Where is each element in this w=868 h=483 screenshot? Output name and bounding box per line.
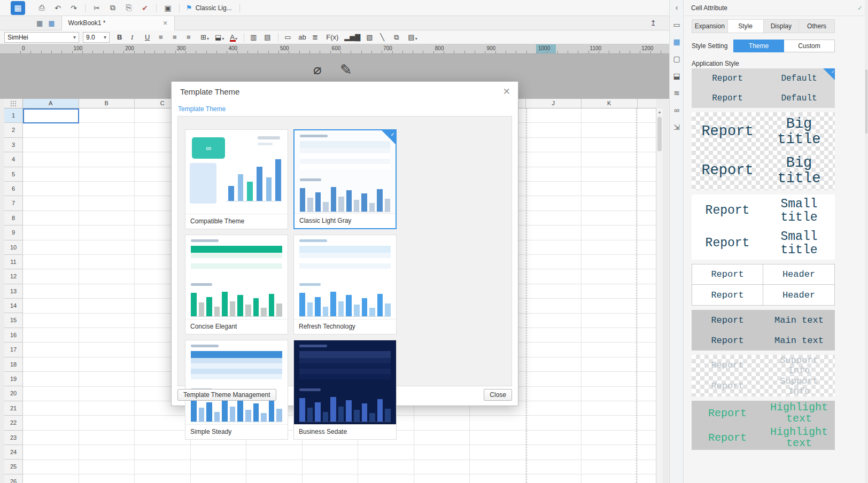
selected-cell-a1[interactable] [23,108,79,123]
fill-color-icon[interactable]: ⬓▾ [215,33,224,41]
row-header-12[interactable]: 12 [4,269,23,284]
scrollbar-thumb[interactable] [657,117,662,151]
widget-icon[interactable]: ▤▾ [408,33,417,41]
tab-style[interactable]: Style [728,19,764,33]
theme-toggle-button[interactable]: Theme [733,40,784,52]
tab-close-icon[interactable]: ✕ [162,20,167,27]
style-preview-default[interactable]: ReportDefaultReportDefault✓ [692,68,835,108]
row-header-8[interactable]: 8 [4,211,23,225]
save-icon[interactable]: ⎙ [37,3,46,12]
condition-attribute-icon[interactable]: ≋ [670,89,684,97]
preview-icon[interactable]: ▣ [163,4,173,12]
hyperlink-icon[interactable]: ∞ [670,106,684,114]
merge-cells-icon[interactable]: ▥ [250,33,258,41]
align-center-icon[interactable]: ≡ [173,33,181,41]
panel-scrollbar[interactable] [865,0,868,483]
theme-card-classic-light-gray[interactable]: Classic Light Gray✓ [293,129,397,229]
confirm-icon[interactable]: ✓ [857,4,863,12]
image-icon[interactable]: ▧ [366,33,374,41]
tab-workbook1[interactable]: WorkBook1 * ✕ [61,16,175,30]
format-painter-icon[interactable]: ✔ [140,4,150,12]
split-cells-icon[interactable]: ▤ [264,33,272,41]
row-header-14[interactable]: 14 [4,299,23,313]
vertical-scrollbar[interactable]: ▲ [656,108,663,483]
collapse-panel-icon[interactable]: ‹ [670,3,684,12]
app-logo-icon[interactable]: ▦ [11,1,25,15]
custom-toggle-button[interactable]: Custom [784,40,835,52]
row-header-7[interactable]: 7 [4,196,23,211]
style-preview-small-title[interactable]: ReportSmall titleReportSmall title [692,194,835,260]
paste-icon[interactable]: ⎘ [124,3,134,12]
form-settings-icon[interactable]: ▭ [670,20,684,29]
column-header-L[interactable]: L [638,99,657,108]
borders-icon[interactable]: ⊞▾ [200,33,209,41]
tab-others[interactable]: Others [799,19,835,33]
row-header-26[interactable]: 26 [4,474,23,483]
line-icon[interactable]: ╲ [380,33,388,41]
import-icon[interactable]: ⇲ [670,123,684,131]
row-header-24[interactable]: 24 [4,445,23,459]
style-preview-support[interactable]: ReportSupport InfoReportSupport Info [692,355,835,396]
row-header-17[interactable]: 17 [4,342,23,357]
redo-icon[interactable]: ↷ [69,4,79,12]
row-header-22[interactable]: 22 [4,416,23,430]
style-preview-big-title[interactable]: ReportBig titleReportBig title [692,112,835,190]
scrollbar-thumb[interactable] [865,69,867,134]
export-icon[interactable]: ↥ [650,19,656,27]
style-preview-main-text[interactable]: ReportMain textReportMain text [692,310,835,350]
style-preview-highlight[interactable]: ReportHighlight textReportHighlight text [692,401,835,450]
tab-display[interactable]: Display [764,19,800,33]
theme-card-concise-elegant[interactable]: Concise Elegant [185,235,288,334]
font-color-icon[interactable]: A▾ [230,33,238,41]
row-header-23[interactable]: 23 [4,431,23,445]
report-view-icon[interactable]: ▦ [36,19,43,27]
font-size-select[interactable]: 9.0 ▾ [83,32,110,43]
row-header-6[interactable]: 6 [4,182,23,196]
row-header-13[interactable]: 13 [4,284,23,299]
bold-button[interactable]: B [117,33,125,41]
edit-parameter-icon[interactable]: ✎ [340,61,352,79]
italic-button[interactable]: I [131,33,139,42]
column-header-A[interactable]: A [23,99,79,108]
row-header-18[interactable]: 18 [4,357,23,372]
theme-card-refresh-technology[interactable]: Refresh Technology [293,235,397,334]
dialog-close-icon[interactable]: ✕ [503,86,510,97]
float-element-icon[interactable]: ⬓ [670,72,684,80]
template-theme-button[interactable]: ⚑ Classic Lig... [186,4,232,12]
row-header-10[interactable]: 10 [4,240,23,255]
cell-tag-icon[interactable]: ▭ [284,33,292,41]
row-header-20[interactable]: 20 [4,386,23,401]
select-all-corner[interactable] [4,99,23,108]
row-header-21[interactable]: 21 [4,401,23,416]
row-header-1[interactable]: 1 [4,108,23,123]
column-header-K[interactable]: K [582,99,638,108]
cut-icon[interactable]: ✂ [92,4,102,12]
theme-management-button[interactable]: Template Theme Management [177,389,276,401]
row-header-4[interactable]: 4 [4,152,23,167]
font-family-select[interactable]: SimHei ▾ [4,32,79,43]
row-header-19[interactable]: 19 [4,372,23,386]
row-header-3[interactable]: 3 [4,138,23,152]
cell-element-icon[interactable]: ▢ [670,54,684,63]
ab-text-icon[interactable]: ab [298,33,306,41]
row-header-16[interactable]: 16 [4,328,23,342]
row-header-15[interactable]: 15 [4,313,23,328]
cell-attribute-icon[interactable]: ▦ [670,37,684,46]
copy-icon[interactable]: ⧉ [108,3,118,12]
close-button[interactable]: Close [484,389,512,401]
chart-icon[interactable]: ▂▅▇ [344,33,360,41]
row-header-5[interactable]: 5 [4,167,23,182]
align-right-icon[interactable]: ≡ [187,33,195,41]
formula-icon[interactable]: F(x) [326,33,338,41]
hide-parameter-icon[interactable]: ⌀ [313,61,322,78]
row-header-11[interactable]: 11 [4,255,23,269]
tab-expansion[interactable]: Expansion [692,19,728,33]
row-header-25[interactable]: 25 [4,459,23,474]
workbook-grid-icon[interactable]: ▦ [48,19,55,27]
column-header-J[interactable]: J [526,99,582,108]
undo-icon[interactable]: ↶ [53,4,63,12]
style-preview-header[interactable]: ReportHeaderReportHeader [692,264,835,306]
align-left-icon[interactable]: ≡ [159,33,167,41]
subreport-icon[interactable]: ⧉ [394,33,402,42]
theme-card-compatible-theme[interactable]: ∞ Compatible Theme [185,129,288,229]
